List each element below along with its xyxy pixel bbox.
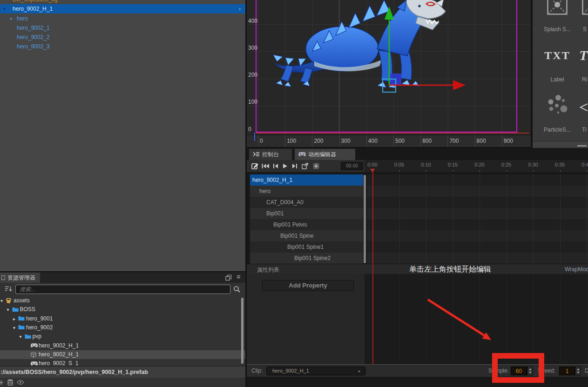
asset-tree-item[interactable]: hero_9002_H_1 — [0, 341, 245, 350]
scene-x-axis-tick — [285, 135, 285, 147]
search-input[interactable] — [15, 285, 230, 294]
open-external-button[interactable] — [302, 163, 308, 169]
tab-animation-editor[interactable]: 动画编辑器 — [295, 149, 355, 160]
sprite-icon-partial[interactable] — [582, 0, 588, 15]
search-icon[interactable] — [233, 286, 240, 293]
skip-to-start-button[interactable] — [262, 163, 270, 169]
asset-name-label: hero_9002_H_1 — [39, 341, 79, 350]
particle-system-icon[interactable] — [547, 94, 568, 119]
timeline-lane-row[interactable] — [367, 253, 588, 264]
anim-node-row[interactable]: hero_9002_H_1 — [250, 174, 363, 186]
anim-node-row[interactable]: Bip001 Pelvis — [250, 219, 363, 230]
timeline-lane-row[interactable] — [367, 208, 588, 219]
scene-x-axis-label: 400 — [368, 138, 378, 144]
anim-node-row[interactable]: hero — [250, 186, 363, 197]
richtext-component-icon[interactable]: T — [579, 47, 588, 63]
asset-name-label: hero_9002 — [26, 323, 53, 332]
play-button[interactable] — [283, 163, 288, 169]
collapse-arrow-icon[interactable]: ▾ — [20, 332, 22, 341]
assets-scrollbar[interactable] — [241, 298, 243, 364]
scene-x-axis-tick — [420, 135, 421, 147]
y-axis-tick — [254, 133, 255, 141]
component-label: ParticleS... — [533, 127, 582, 133]
collapse-arrow-icon[interactable]: ▾ — [7, 305, 9, 314]
tab-assets-manager[interactable]: 资源管理器 — [0, 273, 40, 283]
database-icon[interactable] — [7, 379, 13, 386]
add-property-button[interactable]: Add Property — [262, 280, 354, 291]
hierarchy-item[interactable]: hero_9002_3 — [0, 42, 245, 51]
next-frame-button[interactable] — [292, 163, 297, 169]
hierarchy-item[interactable]: hero_9002_1 — [0, 23, 245, 33]
playhead-marker[interactable] — [370, 169, 375, 172]
timeline-lane-row[interactable] — [367, 197, 588, 208]
clip-dropdown[interactable]: hero_9002_H_1 ▼ — [266, 367, 365, 375]
timeline-lane-row[interactable] — [367, 219, 588, 230]
chevron-down-icon: ▼ — [358, 367, 361, 375]
add-clip-button[interactable] — [313, 163, 319, 169]
add-asset-icon[interactable] — [0, 380, 4, 386]
eye-icon[interactable] — [17, 380, 24, 385]
chevron-right-icon[interactable]: › — [239, 4, 241, 13]
scene-view[interactable]: 0100200300400500600700800900 40030020010… — [245, 0, 531, 148]
asset-tree-item[interactable]: hero_9002_H_1 — [0, 350, 245, 359]
node-list-scrollbar[interactable] — [364, 175, 366, 263]
timeline-lane-row[interactable] — [367, 241, 588, 253]
transform-gizmo[interactable] — [245, 0, 531, 135]
timeline-ruler-tick — [560, 170, 561, 172]
collapse-arrow-icon[interactable]: ▾ — [13, 323, 15, 332]
scene-x-axis-label: 600 — [422, 138, 432, 144]
sort-icon[interactable] — [5, 286, 12, 292]
splash-sprite-icon[interactable] — [547, 0, 568, 15]
timeline-ruler-tick — [480, 170, 480, 172]
prev-frame-button[interactable] — [273, 163, 278, 169]
hierarchy-item[interactable]: ▸hero — [0, 14, 245, 23]
edit-mode-button[interactable] — [251, 162, 258, 169]
tab-console[interactable]: 控制台 — [249, 149, 292, 160]
properties-header-row: 属性列表 单击左上角按钮开始编辑 WrapMode — [245, 264, 588, 274]
speed-stepper[interactable] — [575, 367, 581, 375]
gamepad-icon — [298, 152, 306, 157]
expand-arrow-icon[interactable]: ▸ — [13, 314, 15, 323]
asset-tree-item[interactable]: ▾assets — [0, 296, 245, 305]
anim-node-row[interactable]: CAT_D004_A0 — [250, 197, 363, 208]
timeline-lane-row[interactable] — [367, 186, 588, 197]
resize-handle[interactable] — [577, 145, 587, 147]
expand-arrow-icon[interactable]: ▸ — [10, 14, 13, 23]
asset-name-label: hero_9002_H_1 — [39, 350, 79, 359]
hierarchy-item[interactable]: BG_shijieboss_bg — [0, 0, 245, 4]
asset-name-label: BOSS — [20, 305, 35, 314]
hierarchy-item[interactable]: ▾hero_9002_H_1› — [0, 4, 245, 13]
scene-x-axis-label: 200 — [314, 138, 323, 144]
label-component-icon[interactable]: TXT — [533, 49, 582, 62]
animation-clip-icon — [31, 343, 38, 348]
anim-node-row[interactable]: Bip001 Spine1 — [250, 241, 363, 253]
assets-panel: 资源管理器 ≡ ▾assets▾BOSS▸hero_9001▾hero_9002… — [0, 272, 245, 387]
timeline-lane-row[interactable] — [367, 174, 588, 186]
timeline-ruler-label: 0:30 — [528, 162, 538, 167]
tiled-component-icon[interactable]: < — [579, 99, 588, 116]
hierarchy-panel[interactable]: BG_shijieboss_bg▾hero_9002_H_1›▸herohero… — [0, 0, 245, 272]
components-palette: Splash S... S TXT T Label Ri < ParticleS… — [533, 0, 588, 150]
duplicate-panel-icon[interactable] — [225, 274, 232, 281]
horizontal-splitter[interactable] — [0, 271, 247, 272]
collapse-arrow-icon[interactable]: ▾ — [3, 4, 6, 13]
asset-tree-item[interactable]: ▸hero_9001 — [0, 314, 245, 323]
anim-node-row[interactable]: Bip001 Spine2 — [250, 253, 363, 264]
collapse-arrow-icon[interactable]: ▾ — [0, 296, 3, 305]
vertical-splitter[interactable] — [245, 0, 247, 387]
asset-tree-item[interactable]: ▾pvp — [0, 332, 245, 341]
scene-x-axis-tick — [339, 135, 340, 147]
timeline-ruler[interactable]: 0:000:050:100:150:200:250:300:350:40 — [365, 160, 588, 172]
timeline-ruler-label: 0:15 — [448, 162, 458, 167]
speed-input[interactable] — [559, 367, 575, 375]
asset-tree-item[interactable]: ▾BOSS — [0, 305, 245, 314]
timeline-ruler-tick — [426, 170, 426, 172]
timeline-lane-row[interactable] — [367, 230, 588, 241]
panel-menu-icon[interactable]: ≡ — [237, 273, 240, 280]
asset-tree-item[interactable]: ▾hero_9002 — [0, 323, 245, 332]
anim-node-row[interactable]: Bip001 — [250, 208, 363, 219]
gizmo-y-arrowhead — [385, 7, 394, 20]
hierarchy-item[interactable]: hero_9002_2 — [0, 33, 245, 42]
anim-node-row[interactable]: Bip001 Spine — [250, 230, 363, 241]
current-time-field[interactable]: 00-00 — [341, 162, 363, 170]
